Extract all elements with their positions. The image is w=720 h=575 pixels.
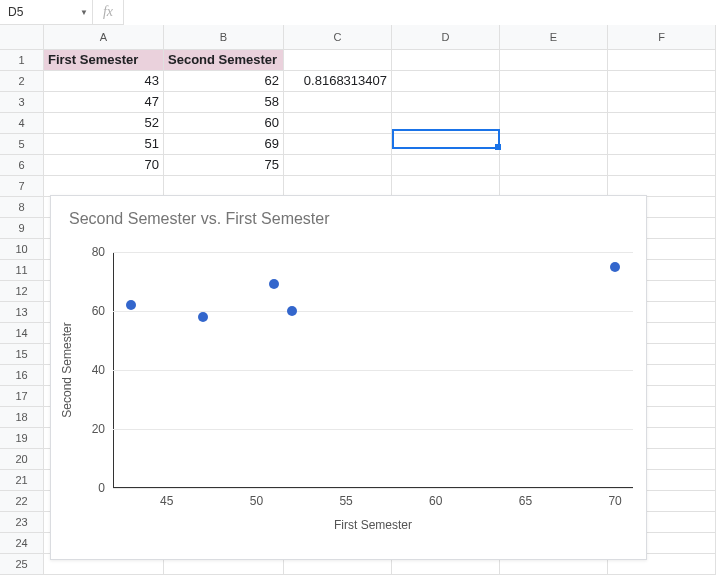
row-header-8[interactable]: 8 (0, 197, 44, 218)
gridline (113, 488, 633, 489)
cell-B3[interactable]: 58 (164, 92, 284, 113)
cell-E2[interactable] (500, 71, 608, 92)
cell-A6[interactable]: 70 (44, 155, 164, 176)
cell-B4[interactable]: 60 (164, 113, 284, 134)
cell-A3[interactable]: 47 (44, 92, 164, 113)
data-point (269, 279, 279, 289)
cell-A2[interactable]: 43 (44, 71, 164, 92)
cell-A7[interactable] (44, 176, 164, 197)
row-header-19[interactable]: 19 (0, 428, 44, 449)
row-header-7[interactable]: 7 (0, 176, 44, 197)
y-tick-label: 0 (47, 481, 113, 495)
cell-D7[interactable] (392, 176, 500, 197)
y-tick-label: 80 (47, 245, 113, 259)
data-point (287, 306, 297, 316)
cell-C5[interactable] (284, 134, 392, 155)
row-header-18[interactable]: 18 (0, 407, 44, 428)
x-tick-label: 50 (250, 494, 263, 508)
cell-F7[interactable] (608, 176, 716, 197)
row-header-6[interactable]: 6 (0, 155, 44, 176)
x-tick-label: 70 (608, 494, 621, 508)
cell-C6[interactable] (284, 155, 392, 176)
cell-D1[interactable] (392, 50, 500, 71)
row-header-25[interactable]: 25 (0, 554, 44, 575)
gridline (113, 429, 633, 430)
cell-C7[interactable] (284, 176, 392, 197)
formula-input[interactable] (124, 0, 720, 25)
cell-B7[interactable] (164, 176, 284, 197)
name-box[interactable]: D5 ▼ (0, 0, 93, 24)
column-header-C[interactable]: C (284, 25, 392, 50)
row-header-1[interactable]: 1 (0, 50, 44, 71)
row-header-20[interactable]: 20 (0, 449, 44, 470)
cell-D2[interactable] (392, 71, 500, 92)
cell-F1[interactable] (608, 50, 716, 71)
cell-E6[interactable] (500, 155, 608, 176)
row-header-5[interactable]: 5 (0, 134, 44, 155)
cell-D5[interactable] (392, 134, 500, 155)
row-header-2[interactable]: 2 (0, 71, 44, 92)
row-header-10[interactable]: 10 (0, 239, 44, 260)
row-header-13[interactable]: 13 (0, 302, 44, 323)
x-tick-label: 65 (519, 494, 532, 508)
cell-A1[interactable]: First Semester (44, 50, 164, 71)
data-point (126, 300, 136, 310)
cell-D6[interactable] (392, 155, 500, 176)
cell-A4[interactable]: 52 (44, 113, 164, 134)
x-axis-label: First Semester (334, 518, 412, 532)
x-tick-label: 55 (339, 494, 352, 508)
row-header-9[interactable]: 9 (0, 218, 44, 239)
name-box-value: D5 (8, 5, 23, 19)
column-header-B[interactable]: B (164, 25, 284, 50)
cell-E5[interactable] (500, 134, 608, 155)
gridline (113, 311, 633, 312)
chart-plot-area: Second Semester First Semester 020406080… (113, 252, 633, 488)
row-header-23[interactable]: 23 (0, 512, 44, 533)
row-header-22[interactable]: 22 (0, 491, 44, 512)
column-header-E[interactable]: E (500, 25, 608, 50)
column-header-D[interactable]: D (392, 25, 500, 50)
data-point (610, 262, 620, 272)
gridline (113, 252, 633, 253)
cell-B5[interactable]: 69 (164, 134, 284, 155)
scatter-chart[interactable]: Second Semester vs. First Semester Secon… (50, 195, 647, 560)
dropdown-arrow-icon: ▼ (80, 8, 88, 17)
cell-F2[interactable] (608, 71, 716, 92)
row-header-24[interactable]: 24 (0, 533, 44, 554)
cell-C2[interactable]: 0.8168313407 (284, 71, 392, 92)
cell-C1[interactable] (284, 50, 392, 71)
row-header-17[interactable]: 17 (0, 386, 44, 407)
cell-C3[interactable] (284, 92, 392, 113)
cell-E7[interactable] (500, 176, 608, 197)
row-header-21[interactable]: 21 (0, 470, 44, 491)
cell-C4[interactable] (284, 113, 392, 134)
cell-F6[interactable] (608, 155, 716, 176)
cell-A5[interactable]: 51 (44, 134, 164, 155)
row-header-14[interactable]: 14 (0, 323, 44, 344)
row-header-12[interactable]: 12 (0, 281, 44, 302)
chart-title: Second Semester vs. First Semester (69, 210, 646, 228)
cell-B6[interactable]: 75 (164, 155, 284, 176)
cell-D4[interactable] (392, 113, 500, 134)
column-header-A[interactable]: A (44, 25, 164, 50)
cell-F4[interactable] (608, 113, 716, 134)
row-header-16[interactable]: 16 (0, 365, 44, 386)
y-tick-label: 20 (47, 422, 113, 436)
cell-E1[interactable] (500, 50, 608, 71)
cell-F5[interactable] (608, 134, 716, 155)
cell-E4[interactable] (500, 113, 608, 134)
x-tick-label: 60 (429, 494, 442, 508)
cell-B1[interactable]: Second Semester (164, 50, 284, 71)
row-header-3[interactable]: 3 (0, 92, 44, 113)
y-tick-label: 40 (47, 363, 113, 377)
data-point (198, 312, 208, 322)
cell-B2[interactable]: 62 (164, 71, 284, 92)
row-header-4[interactable]: 4 (0, 113, 44, 134)
column-header-F[interactable]: F (608, 25, 716, 50)
row-header-11[interactable]: 11 (0, 260, 44, 281)
x-tick-label: 45 (160, 494, 173, 508)
cell-D3[interactable] (392, 92, 500, 113)
row-header-15[interactable]: 15 (0, 344, 44, 365)
cell-E3[interactable] (500, 92, 608, 113)
cell-F3[interactable] (608, 92, 716, 113)
